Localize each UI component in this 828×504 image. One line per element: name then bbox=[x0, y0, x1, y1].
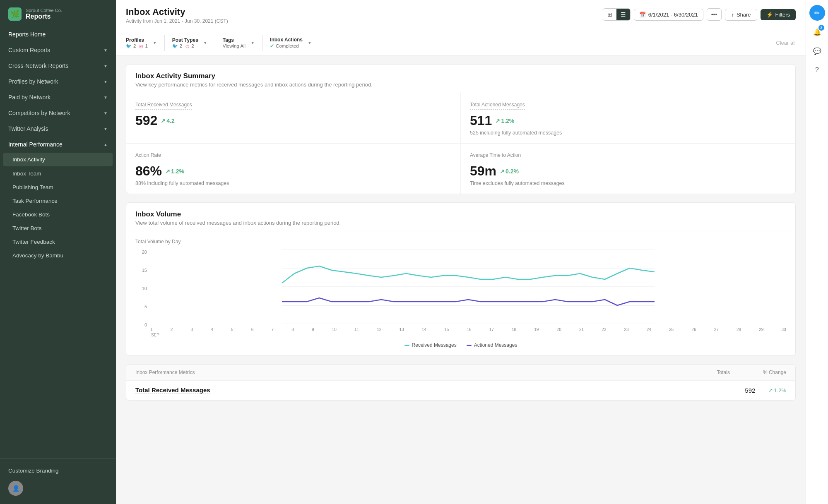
sidebar-item-paid-by-network[interactable]: Paid by Network ▼ bbox=[0, 89, 116, 105]
sidebar-subitem-publishing-team[interactable]: Publishing Team bbox=[0, 180, 116, 194]
profiles-filter[interactable]: Profiles 🐦 2 ◎ 1 ▼ bbox=[126, 35, 165, 51]
avatar[interactable]: 👤 bbox=[8, 481, 23, 496]
chevron-down-icon: ▼ bbox=[104, 111, 108, 115]
post-types-filter[interactable]: Post Types 🐦 2 ◎ 2 ▼ bbox=[172, 35, 215, 51]
arrow-up-icon: ↗ bbox=[495, 118, 500, 124]
share-icon: ↑ bbox=[731, 12, 734, 18]
sidebar-subitem-task-performance[interactable]: Task Performance bbox=[0, 194, 116, 208]
arrow-up-icon: ↗ bbox=[768, 387, 773, 394]
sidebar-bottom: Customize Branding 👤 bbox=[0, 458, 116, 504]
notifications-button[interactable]: 🔔 3 bbox=[809, 24, 825, 40]
main-content: Inbox Activity Activity from Jun 1, 2021… bbox=[116, 0, 806, 504]
sidebar-item-competitors-by-network[interactable]: Competitors by Network ▼ bbox=[0, 105, 116, 121]
brand-header: 🌿 Sprout Coffee Co. Reports bbox=[0, 0, 116, 26]
summary-card-desc: View key performance metrics for receive… bbox=[135, 82, 786, 88]
chevron-down-icon: ▼ bbox=[104, 95, 108, 100]
notification-badge: 3 bbox=[818, 25, 824, 31]
calendar-icon: 📅 bbox=[639, 12, 646, 18]
sidebar-item-profiles-by-network[interactable]: Profiles by Network ▼ bbox=[0, 74, 116, 89]
legend-actioned: Actioned Messages bbox=[467, 342, 518, 348]
perf-table-header: Inbox Performance Metrics Totals % Chang… bbox=[126, 365, 795, 381]
arrow-up-icon: ↗ bbox=[165, 168, 170, 175]
chevron-up-icon: ▲ bbox=[104, 142, 108, 147]
metric-avg-time: Average Time to Action 59m ↗ 0.2% Time e… bbox=[461, 144, 795, 194]
sidebar-subitem-twitter-bots[interactable]: Twitter Bots bbox=[0, 221, 116, 235]
arrow-up-icon: ↗ bbox=[500, 168, 505, 175]
icon-rail: ✏ 🔔 3 💬 ? bbox=[806, 0, 828, 504]
sidebar-subitem-twitter-feedback[interactable]: Twitter Feedback bbox=[0, 235, 116, 249]
date-range-button[interactable]: 📅 6/1/2021 - 6/30/2021 bbox=[634, 9, 703, 21]
legend-dot-actioned bbox=[467, 345, 472, 346]
sidebar-item-twitter-analysis[interactable]: Twitter Analysis ▼ bbox=[0, 121, 116, 137]
page-header: Inbox Activity Activity from Jun 1, 2021… bbox=[116, 0, 806, 30]
page-title: Inbox Activity bbox=[126, 7, 228, 17]
filters-button[interactable]: ⚡ Filters bbox=[761, 9, 796, 20]
legend-dot-received bbox=[404, 345, 409, 346]
instagram-icon: ◎ bbox=[139, 43, 143, 49]
legend-received: Received Messages bbox=[404, 342, 457, 348]
summary-card-header: Inbox Activity Summary View key performa… bbox=[126, 65, 795, 93]
chevron-down-icon: ▼ bbox=[104, 127, 108, 131]
summary-card: Inbox Activity Summary View key performa… bbox=[126, 64, 796, 194]
sidebar-subitem-facebook-bots[interactable]: Facebook Bots bbox=[0, 208, 116, 221]
grid-view-button[interactable]: ⊞ bbox=[603, 9, 616, 20]
chevron-down-icon: ▼ bbox=[104, 48, 108, 53]
volume-chart bbox=[150, 250, 786, 324]
metric-total-received: Total Received Messages 592 ↗ 4.2 bbox=[126, 93, 461, 144]
chevron-down-icon: ▼ bbox=[203, 41, 207, 45]
chevron-down-icon: ▼ bbox=[308, 41, 312, 45]
chevron-down-icon: ▼ bbox=[104, 79, 108, 84]
chevron-down-icon: ▼ bbox=[250, 41, 255, 45]
brand-title: Reports bbox=[26, 13, 62, 20]
brand-info: Sprout Coffee Co. Reports bbox=[26, 8, 62, 20]
filter-icon: ⚡ bbox=[766, 12, 773, 18]
sidebar-subitem-advocacy-by-bambu[interactable]: Advocacy by Bambu bbox=[0, 249, 116, 262]
volume-card: Inbox Volume View total volume of receiv… bbox=[126, 202, 796, 356]
twitter-icon: 🐦 bbox=[126, 43, 132, 49]
content-area: Inbox Activity Summary View key performa… bbox=[116, 56, 806, 504]
performance-table-card: Inbox Performance Metrics Totals % Chang… bbox=[126, 364, 796, 401]
filter-bar: Profiles 🐦 2 ◎ 1 ▼ Post Types 🐦 2 ◎ 2 bbox=[116, 30, 806, 56]
chart-section: Total Volume by Day 20 15 10 5 0 bbox=[126, 231, 795, 355]
table-row: Total Received Messages 592 ↗ 1.2% bbox=[126, 381, 795, 400]
metric-action-rate: Action Rate 86% ↗ 1.2% 88% including ful… bbox=[126, 144, 461, 194]
summary-card-title: Inbox Activity Summary bbox=[135, 72, 786, 80]
page-header-right: ⊞ ☰ 📅 6/1/2021 - 6/30/2021 ••• ↑ Share ⚡… bbox=[603, 7, 796, 21]
customize-branding-button[interactable]: Customize Branding bbox=[8, 464, 108, 478]
share-button[interactable]: ↑ Share bbox=[725, 9, 757, 21]
arrow-up-icon: ↗ bbox=[161, 118, 166, 124]
metrics-grid: Total Received Messages 592 ↗ 4.2 Total … bbox=[126, 93, 795, 194]
sidebar-item-cross-network[interactable]: Cross-Network Reports ▼ bbox=[0, 58, 116, 74]
sidebar-nav: Reports Home Custom Reports ▼ Cross-Netw… bbox=[0, 26, 116, 458]
list-view-button[interactable]: ☰ bbox=[616, 9, 630, 20]
chevron-down-icon: ▼ bbox=[153, 41, 157, 45]
sidebar-item-internal-performance[interactable]: Internal Performance ▲ bbox=[0, 137, 116, 152]
sidebar-subitem-inbox-activity[interactable]: Inbox Activity bbox=[3, 153, 113, 166]
x-axis-sub-label: SEP bbox=[150, 333, 786, 337]
view-toggle: ⊞ ☰ bbox=[603, 8, 631, 21]
brand-logo: 🌿 bbox=[8, 7, 22, 21]
chart-legend: Received Messages Actioned Messages bbox=[135, 342, 786, 348]
volume-card-header: Inbox Volume View total volume of receiv… bbox=[126, 203, 795, 231]
tasks-button[interactable]: 💬 bbox=[809, 43, 825, 59]
sidebar-subitem-inbox-team[interactable]: Inbox Team bbox=[0, 167, 116, 180]
brand-company: Sprout Coffee Co. bbox=[26, 8, 62, 13]
sidebar-item-reports-home[interactable]: Reports Home bbox=[0, 26, 116, 42]
check-icon: ✔ bbox=[270, 43, 274, 49]
instagram-icon: ◎ bbox=[185, 43, 190, 49]
inbox-actions-filter[interactable]: Inbox Actions ✔ Completed ▼ bbox=[270, 34, 319, 51]
sidebar-item-custom-reports[interactable]: Custom Reports ▼ bbox=[0, 42, 116, 58]
page-header-left: Inbox Activity Activity from Jun 1, 2021… bbox=[126, 7, 228, 30]
metric-total-actioned: Total Actioned Messages 511 ↗ 1.2% 525 i… bbox=[461, 93, 795, 144]
compose-button[interactable]: ✏ bbox=[809, 5, 825, 21]
chevron-down-icon: ▼ bbox=[104, 64, 108, 68]
sidebar: 🌿 Sprout Coffee Co. Reports Reports Home… bbox=[0, 0, 116, 504]
clear-all-button[interactable]: Clear all bbox=[776, 40, 796, 46]
more-options-button[interactable]: ••• bbox=[707, 8, 722, 21]
tags-filter[interactable]: Tags Viewing All ▼ bbox=[223, 35, 262, 51]
help-button[interactable]: ? bbox=[809, 62, 825, 78]
twitter-icon: 🐦 bbox=[172, 43, 178, 49]
page-subtitle: Activity from Jun 1, 2021 - Jun 30, 2021… bbox=[126, 18, 228, 30]
